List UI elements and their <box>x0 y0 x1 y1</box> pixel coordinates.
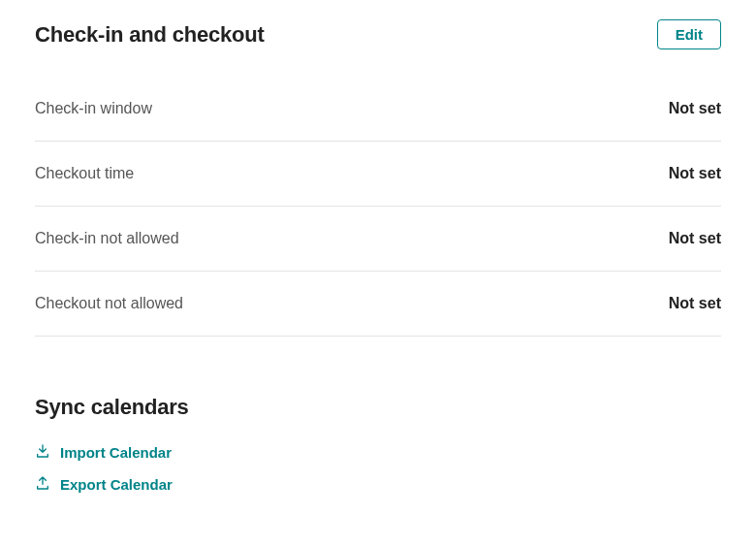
checkout-not-allowed-row[interactable]: Checkout not allowed Not set <box>35 272 721 337</box>
import-icon <box>35 443 50 462</box>
checkout-time-row[interactable]: Checkout time Not set <box>35 142 721 207</box>
checkin-window-row[interactable]: Check-in window Not set <box>35 77 721 142</box>
checkin-not-allowed-row[interactable]: Check-in not allowed Not set <box>35 207 721 272</box>
sync-calendars-section: Sync calendars Import Calendar Export Ca… <box>35 395 721 494</box>
edit-button[interactable]: Edit <box>657 19 721 49</box>
checkout-not-allowed-value: Not set <box>669 295 721 312</box>
checkin-not-allowed-label: Check-in not allowed <box>35 230 179 247</box>
checkin-title: Check-in and checkout <box>35 22 265 48</box>
export-calendar-label: Export Calendar <box>60 476 173 493</box>
checkin-not-allowed-value: Not set <box>669 230 721 247</box>
import-calendar-link[interactable]: Import Calendar <box>35 443 721 462</box>
sync-calendars-title: Sync calendars <box>35 395 721 420</box>
checkin-header: Check-in and checkout Edit <box>35 19 721 49</box>
export-icon <box>35 475 50 494</box>
checkout-time-value: Not set <box>669 165 721 182</box>
import-calendar-label: Import Calendar <box>60 444 172 461</box>
checkin-window-label: Check-in window <box>35 100 152 117</box>
export-calendar-link[interactable]: Export Calendar <box>35 475 721 494</box>
checkout-time-label: Checkout time <box>35 165 134 182</box>
checkout-not-allowed-label: Checkout not allowed <box>35 295 183 312</box>
checkin-settings-list: Check-in window Not set Checkout time No… <box>35 77 721 337</box>
checkin-window-value: Not set <box>669 100 721 117</box>
